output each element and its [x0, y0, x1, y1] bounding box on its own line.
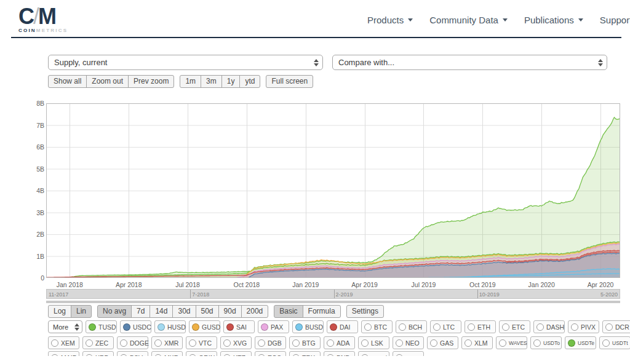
coin-toggle-USDTo[interactable]: USDTo: [530, 336, 562, 349]
coin-toggle-XVG[interactable]: XVG: [220, 336, 252, 349]
coin-toggle-PAX[interactable]: PAX: [258, 320, 289, 333]
coin-toggle-XEM[interactable]: XEM: [48, 336, 79, 349]
compare-select[interactable]: Compare with...: [332, 55, 607, 70]
btn-14d[interactable]: 14d: [150, 305, 173, 318]
coin-toggle-BUSD[interactable]: BUSD: [292, 320, 324, 333]
coin-toggle-BTC[interactable]: BTC: [361, 320, 393, 333]
x-tick-Oct-2018: Oct 2018: [225, 281, 268, 288]
coin-toggle-BTG[interactable]: BTG: [289, 336, 321, 349]
coin-label: PAX: [271, 323, 283, 331]
chart-canvas[interactable]: [46, 103, 620, 278]
nav-item-publications[interactable]: Publications: [524, 15, 583, 25]
coin-label: DAI: [340, 323, 351, 331]
navigator-label-11-2017: 11-2017: [49, 291, 68, 298]
navigator-label-7-2018: 7-2018: [192, 291, 209, 298]
coin-label: MAID: [61, 354, 77, 357]
navigator-label-10-2019: 10-2019: [479, 291, 500, 298]
coin-toggle-TUSD[interactable]: TUSD: [86, 320, 117, 333]
nav-item-support[interactable]: Support: [600, 15, 630, 25]
coin-label: DOGE: [130, 339, 149, 347]
coin-toggle-BNB[interactable]: BNB: [324, 351, 355, 356]
coin-toggle-HUSD[interactable]: HUSD: [154, 320, 186, 333]
btn-no-avg[interactable]: No avg: [97, 305, 132, 318]
coin-label: USDTe: [578, 340, 594, 346]
btn-settings[interactable]: Settings: [346, 305, 384, 318]
coin-toggle-NEO[interactable]: NEO: [393, 336, 424, 349]
coin-toggle-EOS[interactable]: EOS: [255, 351, 286, 356]
coin-toggle-DOGE[interactable]: DOGE: [117, 336, 148, 349]
btn-show-all[interactable]: Show all: [48, 75, 87, 88]
coin-toggle-LEOeos[interactable]: LEOeos: [393, 351, 424, 356]
coin-label: ETH: [477, 323, 490, 331]
coinmetrics-logo[interactable]: C/M COINMETRICS: [18, 6, 74, 36]
coin-toggle-ETH[interactable]: ETH: [465, 320, 496, 333]
coin-toggle-USDC[interactable]: USDC: [120, 320, 151, 333]
btn-prev-zoom[interactable]: Prev zoom: [128, 75, 174, 88]
btn-1m[interactable]: 1m: [180, 75, 201, 88]
navigator-tick: [334, 290, 335, 298]
unchecked-coin-color-icon: [533, 339, 541, 347]
coin-toggle-LTC[interactable]: LTC: [430, 320, 461, 333]
unchecked-coin-color-icon: [499, 339, 506, 347]
supply-chart[interactable]: [46, 103, 620, 280]
nav-item-products[interactable]: Products: [367, 15, 413, 25]
coin-toggle-VTC[interactable]: VTC: [186, 336, 217, 349]
button-group: 1m3m1yytd: [180, 75, 260, 88]
x-tick-Jan-2019: Jan 2019: [284, 281, 327, 288]
coin-toggle-DGB[interactable]: DGB: [255, 336, 286, 349]
y-tick-3B: 3B: [20, 209, 44, 216]
coin-label: XTZ: [233, 354, 245, 357]
more-coins-select[interactable]: More: [48, 320, 82, 333]
coin-toggle-DAI[interactable]: DAI: [327, 320, 358, 333]
coin-toggle-SAI[interactable]: SAI: [223, 320, 255, 333]
coin-toggle-LSK[interactable]: LSK: [358, 336, 389, 349]
coin-toggle-DCR[interactable]: DCR: [602, 320, 630, 333]
coin-toggle-ZEC[interactable]: ZEC: [82, 336, 114, 349]
coin-toggle-GUSD[interactable]: GUSD: [189, 320, 220, 333]
coin-toggle-USDTe[interactable]: USDTe: [565, 336, 596, 349]
coin-toggle-XRP[interactable]: XRP: [82, 351, 114, 356]
coin-toggle-GRIN[interactable]: GRIN: [186, 351, 217, 356]
coin-toggle-BCH[interactable]: BCH: [396, 320, 427, 333]
nav-item-community-data[interactable]: Community Data: [429, 15, 508, 25]
btn-lin[interactable]: Lin: [71, 305, 92, 318]
coin-toggle-TRX[interactable]: TRX: [289, 351, 321, 356]
btn-30d[interactable]: 30d: [172, 305, 196, 318]
btn-ytd[interactable]: ytd: [239, 75, 260, 88]
coin-toggle-XLM[interactable]: XLM: [461, 336, 493, 349]
coin-toggle-USDTt[interactable]: USDTt: [599, 336, 630, 349]
navigator-tick: [477, 290, 478, 298]
coin-toggle-ETC[interactable]: ETC: [499, 320, 530, 333]
btn-1y[interactable]: 1y: [221, 75, 241, 88]
chart-scrollbar[interactable]: [46, 301, 620, 303]
coin-toggle-DASH[interactable]: DASH: [533, 320, 565, 333]
chart-navigator[interactable]: 11-20177-20182-201910-20195-2020: [46, 289, 620, 299]
btn-formula[interactable]: Formula: [303, 305, 341, 318]
caret-down-icon: [503, 18, 508, 22]
unchecked-coin-color-icon: [189, 339, 196, 347]
coin-toggle-PIVX[interactable]: PIVX: [568, 320, 599, 333]
coin-label: WAVES: [509, 340, 527, 346]
btn-200d[interactable]: 200d: [241, 305, 269, 318]
coin-toggle-LEOeth[interactable]: LEOeth: [358, 351, 389, 356]
btn-log[interactable]: Log: [48, 305, 71, 318]
coin-toggle-ADA[interactable]: ADA: [324, 336, 355, 349]
unchecked-coin-color-icon: [502, 323, 509, 331]
metric-select[interactable]: Supply, current: [48, 55, 323, 70]
btn-zoom-out[interactable]: Zoom out: [86, 75, 129, 88]
coin-label: BSV: [130, 354, 143, 357]
coin-toggle-MKR[interactable]: MKR: [151, 351, 183, 356]
btn-full-screen[interactable]: Full screen: [266, 75, 313, 88]
coin-toggle-XTZ[interactable]: XTZ: [220, 351, 252, 356]
btn-3m[interactable]: 3m: [201, 75, 222, 88]
coin-toggle-WAVES[interactable]: WAVES: [496, 336, 527, 349]
unchecked-coin-color-icon: [223, 339, 231, 347]
btn-50d[interactable]: 50d: [196, 305, 219, 318]
btn-90d[interactable]: 90d: [218, 305, 242, 318]
coin-toggle-XMR[interactable]: XMR: [151, 336, 183, 349]
btn-basic[interactable]: Basic: [274, 305, 303, 318]
coin-toggle-GAS[interactable]: GAS: [427, 336, 458, 349]
coin-toggle-BSV[interactable]: BSV: [117, 351, 148, 356]
btn-7d[interactable]: 7d: [131, 305, 150, 318]
coin-toggle-MAID[interactable]: MAID: [48, 351, 79, 356]
